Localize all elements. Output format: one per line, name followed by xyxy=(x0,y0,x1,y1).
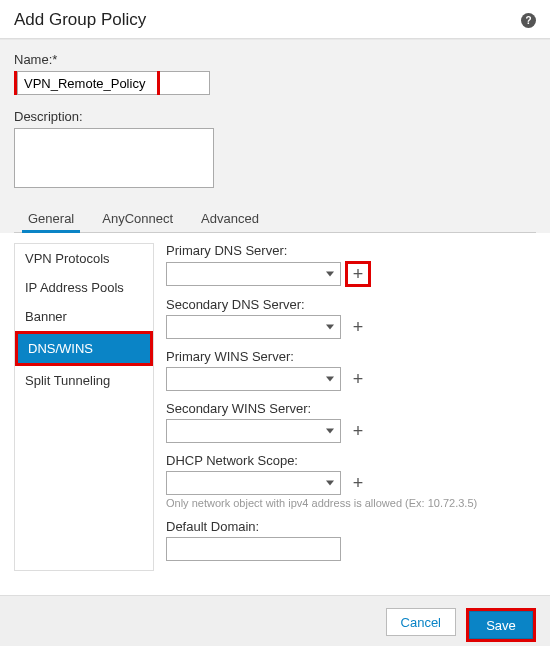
description-input[interactable] xyxy=(14,128,214,188)
main-area: VPN Protocols IP Address Pools Banner DN… xyxy=(0,233,550,595)
side-item-dns-wins[interactable]: DNS/WINS xyxy=(18,334,150,363)
save-button[interactable]: Save xyxy=(469,611,533,639)
name-row xyxy=(14,71,536,95)
side-item-dns-wins-highlight: DNS/WINS xyxy=(15,331,153,366)
dialog-footer: Cancel Save xyxy=(0,595,550,646)
default-domain-row: Default Domain: xyxy=(166,519,536,561)
secondary-dns-add-button[interactable]: + xyxy=(347,316,369,338)
dhcp-scope-add-button[interactable]: + xyxy=(347,472,369,494)
primary-wins-row: Primary WINS Server: + xyxy=(166,349,536,391)
primary-dns-row: Primary DNS Server: + xyxy=(166,243,536,287)
dhcp-scope-row: DHCP Network Scope: + Only network objec… xyxy=(166,453,536,509)
save-button-highlight: Save xyxy=(466,608,536,642)
name-label: Name:* xyxy=(14,52,536,67)
dhcp-scope-select[interactable] xyxy=(166,471,341,495)
tab-advanced[interactable]: Advanced xyxy=(187,205,273,232)
secondary-dns-row: Secondary DNS Server: + xyxy=(166,297,536,339)
side-item-split-tunneling[interactable]: Split Tunneling xyxy=(15,366,153,395)
dialog-title: Add Group Policy xyxy=(14,10,146,30)
primary-dns-add-button[interactable]: + xyxy=(348,263,368,285)
side-item-ip-pools[interactable]: IP Address Pools xyxy=(15,273,153,302)
name-input-tail[interactable] xyxy=(160,71,210,95)
dialog-header: Add Group Policy ? xyxy=(0,0,550,39)
tab-general[interactable]: General xyxy=(14,205,88,232)
cancel-button[interactable]: Cancel xyxy=(386,608,456,636)
primary-dns-select[interactable] xyxy=(166,262,341,286)
secondary-wins-select[interactable] xyxy=(166,419,341,443)
top-section: Name:* Description: General AnyConnect A… xyxy=(0,39,550,233)
primary-wins-select[interactable] xyxy=(166,367,341,391)
secondary-wins-row: Secondary WINS Server: + xyxy=(166,401,536,443)
secondary-wins-add-button[interactable]: + xyxy=(347,420,369,442)
dhcp-scope-hint: Only network object with ipv4 address is… xyxy=(166,497,536,509)
tab-anyconnect[interactable]: AnyConnect xyxy=(88,205,187,232)
primary-dns-label: Primary DNS Server: xyxy=(166,243,536,258)
name-input[interactable] xyxy=(17,71,157,95)
help-icon[interactable]: ? xyxy=(521,13,536,28)
default-domain-input[interactable] xyxy=(166,537,341,561)
tab-bar: General AnyConnect Advanced xyxy=(14,205,536,233)
secondary-dns-select[interactable] xyxy=(166,315,341,339)
secondary-wins-label: Secondary WINS Server: xyxy=(166,401,536,416)
primary-dns-add-highlight: + xyxy=(345,261,371,287)
form-area: Primary DNS Server: + Secondary DNS Serv… xyxy=(166,243,536,571)
secondary-dns-label: Secondary DNS Server: xyxy=(166,297,536,312)
side-item-vpn-protocols[interactable]: VPN Protocols xyxy=(15,244,153,273)
name-highlight xyxy=(14,71,160,95)
default-domain-label: Default Domain: xyxy=(166,519,536,534)
primary-wins-label: Primary WINS Server: xyxy=(166,349,536,364)
dhcp-scope-label: DHCP Network Scope: xyxy=(166,453,536,468)
side-item-banner[interactable]: Banner xyxy=(15,302,153,331)
side-nav: VPN Protocols IP Address Pools Banner DN… xyxy=(14,243,154,571)
description-label: Description: xyxy=(14,109,536,124)
primary-wins-add-button[interactable]: + xyxy=(347,368,369,390)
